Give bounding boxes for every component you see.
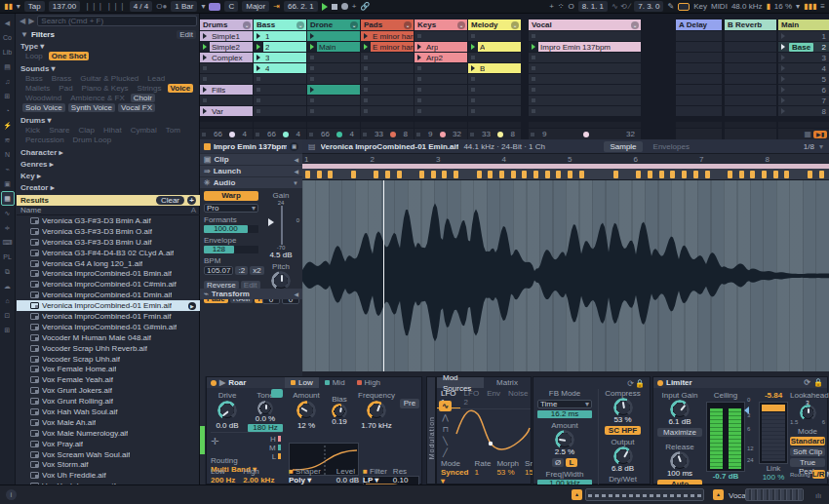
track-header[interactable]: Drone⌄ [307,19,360,30]
ceiling-value[interactable]: -0.7 dB [706,472,745,481]
list-item[interactable]: Vox Grunt Rolling.aif [17,396,200,407]
filter-chip[interactable]: Strings [135,84,165,93]
clip-slot[interactable]: 1 [254,31,306,41]
warp-marker[interactable] [773,171,778,178]
clip-play-icon[interactable] [200,31,210,41]
clip-play-icon[interactable] [254,53,263,62]
clip-slot[interactable] [414,74,467,84]
warp-marker[interactable] [545,171,550,178]
drums-icon[interactable]: ⊞ [1,89,15,103]
clip-slot[interactable]: 4 [254,63,306,73]
clip-slot[interactable]: A [468,42,521,52]
frequency-knob[interactable] [369,403,384,418]
list-item[interactable]: Veronica G3-F#3-D3 Bmin A.aif [17,215,200,226]
warp-marker[interactable] [568,171,572,178]
release-knob[interactable] [672,453,688,469]
warp-marker[interactable] [739,171,744,178]
draw-grid-icon[interactable]: ⁘ [558,2,565,11]
sounds-icon[interactable]: ♫ [1,74,15,89]
warp-marker[interactable] [499,171,504,178]
scene-slot[interactable]: Base2 [778,42,829,52]
track-collapse-icon[interactable]: ⌄ [511,21,519,29]
sample-waveform[interactable] [302,180,829,371]
scene-slot[interactable]: 3 [778,53,829,62]
warp-marker[interactable] [762,171,767,178]
filter-chip[interactable]: Solo Voice [22,103,65,112]
phase-invert-button[interactable]: Ø [552,458,564,467]
formants-slider[interactable]: 100.00 [204,225,248,233]
clips-icon[interactable]: ▣ [1,176,15,191]
overview-menu-icon[interactable]: ≡ [820,2,825,11]
max4live-icon[interactable]: N [1,147,15,162]
clip-play-icon[interactable] [468,42,478,52]
filter-section-title[interactable]: Character ▸ [20,147,196,158]
clip-stop-icon[interactable] [256,133,259,136]
push-pads-icon[interactable]: ▮▮ [4,2,13,11]
warp-marker[interactable] [819,171,824,178]
warp-marker[interactable] [533,171,538,178]
warp-marker[interactable] [648,171,652,178]
clear-filters-button[interactable]: Clear [156,196,184,205]
clip-stop-icon[interactable] [309,133,313,136]
scene-slot[interactable]: 1 [778,31,829,41]
track-collapse-icon[interactable]: ⌄ [350,21,358,29]
clip-slot[interactable]: Arp2 [414,53,467,62]
time-signature-field[interactable]: 4 / 4 [130,1,153,12]
play-button[interactable] [322,3,328,11]
templates-icon[interactable]: ⌨ [1,235,15,250]
warp-marker[interactable] [374,171,378,178]
scene-slot[interactable]: 5 [778,74,829,84]
sort-icon[interactable]: A [191,206,196,214]
list-item[interactable]: Vox Scream Wah Soul.aif [17,449,200,460]
clip-slot[interactable] [414,106,467,116]
clip-play-icon[interactable] [468,63,478,73]
warp-marker[interactable] [682,171,687,178]
device-expand-icon[interactable]: ▶ [219,378,225,387]
filter-chip[interactable]: Kick [22,126,43,135]
stop-button[interactable] [332,4,337,10]
chevron-down-icon[interactable]: ▾ [796,2,800,11]
clip-play-icon[interactable] [414,53,424,62]
clip-slot[interactable] [414,96,467,105]
filter-chip[interactable]: Drum Loop [70,136,115,144]
clip-slot[interactable] [254,96,306,105]
warp-marker[interactable] [750,171,755,178]
instruments-icon[interactable]: ◔ [1,103,15,118]
clip-slot[interactable] [307,96,360,105]
filter-chip[interactable]: Ambience & FX [67,94,128,102]
list-item[interactable]: Vox Uh Freddie.aif [17,470,200,481]
amount-knob[interactable] [298,403,314,418]
warp-marker[interactable] [579,171,584,178]
list-item[interactable]: Vox Female Home.aif [17,364,200,374]
warp-marker[interactable] [636,171,641,178]
warp-marker[interactable] [670,171,675,178]
clip-slot[interactable]: Fills [200,85,253,95]
track-header[interactable]: Main [778,19,829,30]
device-on-icon[interactable] [657,380,663,386]
warp-marker[interactable] [511,171,516,178]
maximize-button[interactable]: Maximize [657,428,702,437]
clip-slot[interactable] [468,53,521,62]
warp-marker[interactable] [728,171,732,178]
clip-slot[interactable]: Arp [414,42,467,52]
list-item[interactable]: Vox Grunt Jokers.aif [17,385,200,396]
filter-chip[interactable]: Bass [22,74,46,83]
warp-marker[interactable] [693,171,698,178]
clip-slot[interactable]: Main [307,42,360,52]
list-item[interactable]: Vox Pray.aif [17,439,200,449]
chevron-down-icon[interactable]: ▾ [201,2,205,11]
list-item[interactable]: Vox Male Numerology.aif [17,428,200,439]
warp-marker[interactable] [305,171,310,178]
high-split-value[interactable]: 2.00 kHz [243,476,274,485]
filter-chip[interactable]: Voice [168,84,194,93]
clip-slot[interactable] [529,96,641,105]
clip-slot[interactable]: Complex [200,53,253,62]
transform-section-header[interactable]: ⌁Transform◀ [200,289,302,299]
device-overview-thumbnail[interactable] [745,488,804,501]
list-item[interactable]: Veronica ImproCombined-01 G#min.aif [17,322,200,332]
clip-stop-icon[interactable] [363,133,367,136]
track-header[interactable]: A Delay [676,19,722,30]
list-item[interactable]: Vox Storm.aif [17,459,200,470]
compress-knob[interactable] [615,400,631,415]
lfo-morph-value[interactable]: 53 % [496,468,519,477]
